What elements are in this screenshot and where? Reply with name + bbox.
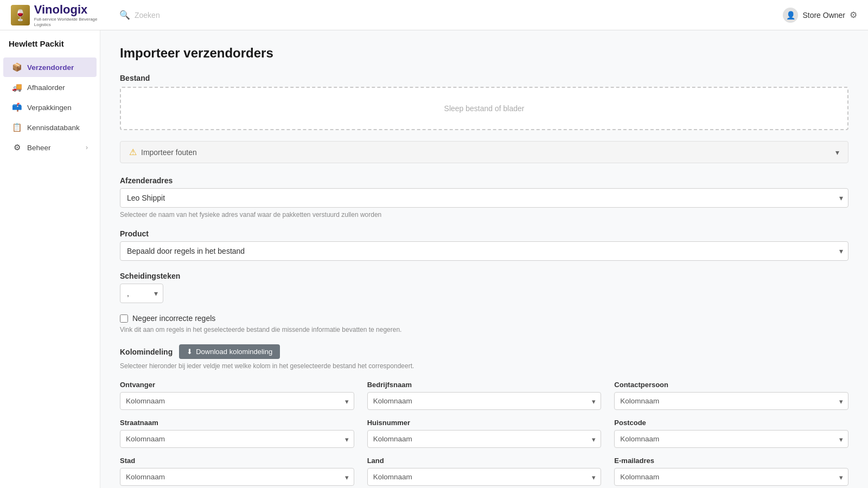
negeer-checkbox[interactable] xyxy=(120,314,128,323)
user-avatar: 👤 xyxy=(783,8,798,23)
col-postcode-select[interactable]: Kolomnaam xyxy=(614,430,848,448)
col-contactpersoon-select[interactable]: Kolomnaam xyxy=(614,392,848,410)
sidebar-item-kennisdatabank[interactable]: 📋 Kennisdatabank xyxy=(3,118,97,137)
main-content: Importeer verzendorders Bestand Sleep be… xyxy=(100,30,868,488)
import-errors-label: Importeer fouten xyxy=(141,148,197,157)
search-bar[interactable]: 🔍 Zoeken xyxy=(108,10,783,20)
negeer-hint: Vink dit aan om regels in het geselectee… xyxy=(120,326,848,333)
kolomindeling-header: Kolomindeling ⬇ Download kolomindeling xyxy=(120,344,848,359)
page-title: Importeer verzendorders xyxy=(120,46,848,61)
afzenderadres-hint: Selecteer de naam van het fysieke adres … xyxy=(120,211,848,219)
kolomindeling-row-3: Stad Kolomnaam ▾ Land Kolomnaam ▾ xyxy=(120,457,848,486)
verzendorder-icon: 📦 xyxy=(12,62,22,72)
import-errors-chevron-icon: ▾ xyxy=(835,148,839,157)
kolomindeling-label: Kolomindeling xyxy=(120,348,173,356)
import-errors-left: ⚠ Importeer fouten xyxy=(129,147,197,157)
kennisdatabank-icon: 📋 xyxy=(12,123,22,132)
import-errors-bar[interactable]: ⚠ Importeer fouten ▾ xyxy=(120,141,848,163)
col-huisnummer: Huisnummer Kolomnaam ▾ xyxy=(367,419,602,448)
product-section: Product Bepaald door regels in het besta… xyxy=(120,229,848,261)
product-select-wrapper: Bepaald door regels in het bestand ▾ xyxy=(120,241,848,261)
col-stad-select[interactable]: Kolomnaam xyxy=(120,468,354,486)
kolomindeling-row-2: Straatnaam Kolomnaam ▾ Huisnummer Kolomn… xyxy=(120,419,848,448)
kolomindeling-hint: Selecteer hieronder bij ieder veldje met… xyxy=(120,362,848,370)
topbar: 🍷 Vinologix Full-service Worldwide Bever… xyxy=(0,0,868,30)
sidebar-item-afhaalorder[interactable]: 🚚 Afhaalorder xyxy=(3,78,97,97)
col-ontvanger-select[interactable]: Kolomnaam xyxy=(120,392,354,410)
afhaalorder-icon: 🚚 xyxy=(12,82,22,92)
download-icon: ⬇ xyxy=(187,348,193,356)
logo-icon: 🍷 xyxy=(11,5,30,25)
dropzone-text: Sleep bestand of blader xyxy=(444,104,525,113)
download-kolomindeling-button[interactable]: ⬇ Download kolomindeling xyxy=(179,344,280,359)
layout: Hewlett Packit 📦 Verzendorder 🚚 Afhaalor… xyxy=(0,30,868,488)
logo: 🍷 Vinologix Full-service Worldwide Bever… xyxy=(11,3,108,27)
logo-subtext: Full-service Worldwide Beverage Logistic… xyxy=(34,17,108,27)
afzenderadres-select[interactable]: Leo Shippit xyxy=(120,188,848,208)
col-postcode-label: Postcode xyxy=(614,419,848,427)
col-bedrijfsnaam-select[interactable]: Kolomnaam xyxy=(367,392,602,410)
sidebar-company: Hewlett Packit xyxy=(0,39,100,57)
sidebar-label-afhaalorder: Afhaalorder xyxy=(27,84,65,92)
file-section: Bestand Sleep bestand of blader xyxy=(120,74,848,130)
scheidingsteken-select[interactable]: , xyxy=(120,284,163,303)
col-land-label: Land xyxy=(367,457,602,465)
col-straatnaam: Straatnaam Kolomnaam ▾ xyxy=(120,419,354,448)
col-straatnaam-label: Straatnaam xyxy=(120,419,354,427)
user-area: 👤 Store Owner ⚙ xyxy=(783,8,857,23)
col-ontvanger: Ontvanger Kolomnaam ▾ xyxy=(120,381,354,410)
settings-icon[interactable]: ⚙ xyxy=(850,10,857,20)
col-stad-label: Stad xyxy=(120,457,354,465)
afzenderadres-section: Afzenderadres Leo Shippit ▾ Selecteer de… xyxy=(120,176,848,219)
col-land-select[interactable]: Kolomnaam xyxy=(367,468,602,486)
col-huisnummer-label: Huisnummer xyxy=(367,419,602,427)
col-emailadres-label: E-mailadres xyxy=(614,457,848,465)
beheer-icon: ⚙ xyxy=(12,143,22,152)
col-land: Land Kolomnaam ▾ xyxy=(367,457,602,486)
col-stad: Stad Kolomnaam ▾ xyxy=(120,457,354,486)
search-icon: 🔍 xyxy=(119,10,130,20)
sidebar-label-kennisdatabank: Kennisdatabank xyxy=(27,124,80,132)
col-ontvanger-label: Ontvanger xyxy=(120,381,354,389)
sidebar-label-verpakkingen: Verpakkingen xyxy=(27,104,72,112)
file-dropzone[interactable]: Sleep bestand of blader xyxy=(120,87,848,130)
scheidingsteken-select-wrapper: , ▾ xyxy=(120,284,163,303)
sidebar-item-beheer[interactable]: ⚙ Beheer › xyxy=(3,138,97,157)
col-contactpersoon: Contactpersoon Kolomnaam ▾ xyxy=(614,381,848,410)
afzenderadres-select-wrapper: Leo Shippit ▾ xyxy=(120,188,848,208)
col-straatnaam-select[interactable]: Kolomnaam xyxy=(120,430,354,448)
sidebar-item-verzendorder[interactable]: 📦 Verzendorder xyxy=(3,57,97,77)
sidebar-item-verpakkingen[interactable]: 📫 Verpakkingen xyxy=(3,98,97,117)
scheidingsteken-section: Scheidingsteken , ▾ xyxy=(120,272,848,303)
user-label: Store Owner xyxy=(802,11,845,20)
beheer-arrow-icon: › xyxy=(86,144,88,151)
download-btn-label: Download kolomindeling xyxy=(196,348,272,356)
search-placeholder: Zoeken xyxy=(135,11,160,20)
negeer-checkbox-row: Negeer incorrecte regels xyxy=(120,314,848,323)
col-emailadres: E-mailadres Kolomnaam ▾ xyxy=(614,457,848,486)
col-contactpersoon-label: Contactpersoon xyxy=(614,381,848,389)
sidebar-label-beheer: Beheer xyxy=(27,144,80,152)
sidebar-label-verzendorder: Verzendorder xyxy=(27,63,74,72)
negeer-section: Negeer incorrecte regels Vink dit aan om… xyxy=(120,314,848,333)
logo-name: Vinologix xyxy=(34,3,108,17)
logo-area: 🍷 Vinologix Full-service Worldwide Bever… xyxy=(11,3,108,27)
col-bedrijfsnaam: Bedrijfsnaam Kolomnaam ▾ xyxy=(367,381,602,410)
col-postcode: Postcode Kolomnaam ▾ xyxy=(614,419,848,448)
product-label: Product xyxy=(120,229,848,238)
col-bedrijfsnaam-label: Bedrijfsnaam xyxy=(367,381,602,389)
afzenderadres-label: Afzenderadres xyxy=(120,176,848,185)
file-label: Bestand xyxy=(120,74,848,82)
sidebar: Hewlett Packit 📦 Verzendorder 🚚 Afhaalor… xyxy=(0,30,100,488)
col-huisnummer-select[interactable]: Kolomnaam xyxy=(367,430,602,448)
logo-text-area: Vinologix Full-service Worldwide Beverag… xyxy=(34,3,108,27)
kolomindeling-row-1: Ontvanger Kolomnaam ▾ Bedrijfsnaam Kolom… xyxy=(120,381,848,410)
col-emailadres-select[interactable]: Kolomnaam xyxy=(614,468,848,486)
warning-icon: ⚠ xyxy=(129,147,137,157)
scheidingsteken-label: Scheidingsteken xyxy=(120,272,848,280)
negeer-label[interactable]: Negeer incorrecte regels xyxy=(132,314,215,323)
product-select[interactable]: Bepaald door regels in het bestand xyxy=(120,241,848,261)
kolomindeling-section: Kolomindeling ⬇ Download kolomindeling S… xyxy=(120,344,848,486)
verpakkingen-icon: 📫 xyxy=(12,102,22,112)
